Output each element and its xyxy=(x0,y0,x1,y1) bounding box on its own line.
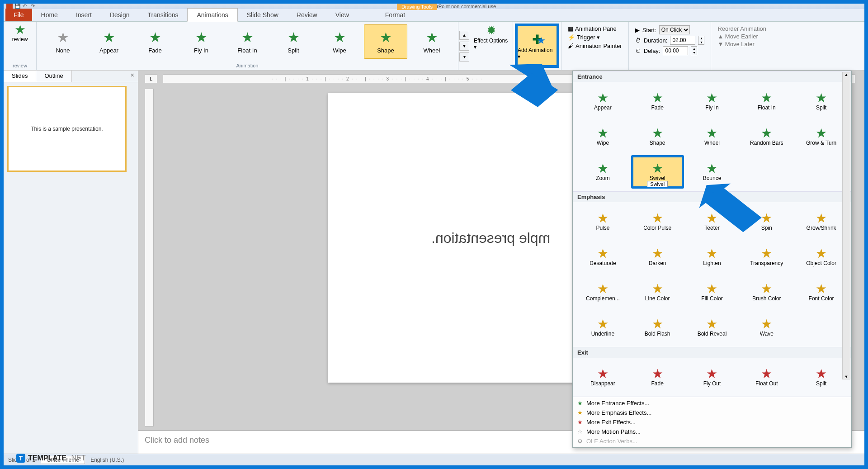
effect-float-in[interactable]: ★Float In xyxy=(740,85,793,118)
trigger-button[interactable]: ⚡Trigger ▾ xyxy=(568,34,622,41)
star-icon: ★ xyxy=(652,212,663,225)
effect-label: Fade xyxy=(651,380,664,387)
effect-line-color[interactable]: ★Line Color xyxy=(631,275,684,309)
effect-random-bars[interactable]: ★Random Bars xyxy=(740,120,793,153)
star-icon: ★ xyxy=(652,92,663,104)
effect-font-color[interactable]: ★Font Color xyxy=(795,275,848,309)
gallery-down[interactable]: ▼ xyxy=(459,42,469,51)
preview-button[interactable]: ★ review xyxy=(7,24,33,43)
effect-label: Zoom xyxy=(596,175,610,181)
anim-shape[interactable]: ★Shape xyxy=(364,24,407,59)
more-exit[interactable]: ★More Exit Effects... xyxy=(577,419,847,426)
delay-input[interactable] xyxy=(663,46,688,55)
watermark-brand: TEMPLATE xyxy=(28,454,66,462)
effect-swivel[interactable]: ★Swivel xyxy=(631,155,684,189)
duration-spinner[interactable]: ▲▼ xyxy=(698,36,704,45)
tab-review[interactable]: Review xyxy=(288,9,326,21)
effect-underline[interactable]: ★Underline xyxy=(576,311,629,344)
effect-brush-color[interactable]: ★Brush Color xyxy=(740,275,793,309)
start-select[interactable]: On Click xyxy=(659,25,690,34)
panel-close[interactable]: × xyxy=(127,71,138,82)
effect-bold-reveal[interactable]: ★Bold Reveal xyxy=(686,311,739,344)
gallery-up[interactable]: ▲ xyxy=(459,31,469,40)
tab-outline[interactable]: Outline xyxy=(36,71,71,82)
effect-object-color[interactable]: ★Object Color xyxy=(795,240,848,274)
effect-options-button[interactable]: ✹ Effect Options ▾ xyxy=(474,24,509,50)
effect-wave[interactable]: ★Wave xyxy=(740,311,793,344)
effect-pulse[interactable]: ★Pulse xyxy=(576,205,629,238)
anim-label: Float In xyxy=(237,47,257,54)
slide-thumb-1[interactable]: This is a sample presentation. xyxy=(7,86,127,172)
effect-bold-flash[interactable]: ★Bold Flash xyxy=(631,311,684,344)
tab-transitions[interactable]: Transitions xyxy=(139,9,188,21)
duration-input[interactable] xyxy=(670,36,695,45)
preview-label: review xyxy=(12,36,28,43)
anim-split[interactable]: ★Split xyxy=(272,24,315,59)
tab-animations[interactable]: Animations xyxy=(187,8,237,22)
effect-shape[interactable]: ★Shape xyxy=(631,120,684,153)
star-icon: ★ xyxy=(706,212,717,225)
effect-lighten[interactable]: ★Lighten xyxy=(686,240,739,274)
effect-split[interactable]: ★Split xyxy=(795,85,848,118)
tab-home[interactable]: Home xyxy=(32,9,67,21)
effect-complemen-[interactable]: ★Complemen... xyxy=(576,275,629,309)
more-entrance[interactable]: ★More Entrance Effects... xyxy=(577,400,847,407)
effect-fade[interactable]: ★Fade xyxy=(631,360,684,394)
effect-grow-shrink[interactable]: ★Grow/Shrink xyxy=(795,205,848,238)
watermark-net: .NET xyxy=(69,454,85,462)
tab-file[interactable]: File xyxy=(5,9,32,21)
effect-darken[interactable]: ★Darken xyxy=(631,240,684,274)
effect-disappear[interactable]: ★Disappear xyxy=(576,360,629,394)
gallery-scroll: ▲ ▼ ▾ xyxy=(458,22,470,70)
effect-wheel[interactable]: ★Wheel xyxy=(686,120,739,153)
effect-float-out[interactable]: ★Float Out xyxy=(740,360,793,394)
animation-pane-button[interactable]: ▦Animation Pane xyxy=(568,25,622,32)
reorder-title: Reorder Animation xyxy=(717,25,766,32)
effect-transparency[interactable]: ★Transparency xyxy=(740,240,793,274)
anim-fade[interactable]: ★Fade xyxy=(133,24,177,59)
ribbon: ★ review review ★None★Appear★Fade★Fly In… xyxy=(4,22,864,71)
effect-fly-in[interactable]: ★Fly In xyxy=(686,85,739,118)
effect-label: Grow & Turn xyxy=(806,140,836,146)
effect-wipe[interactable]: ★Wipe xyxy=(576,120,629,153)
status-lang[interactable]: English (U.S.) xyxy=(90,457,124,463)
move-earlier-button[interactable]: ▲ Move Earlier xyxy=(717,33,766,40)
star-icon: ★ xyxy=(597,127,609,140)
anim-wipe[interactable]: ★Wipe xyxy=(318,24,361,59)
effect-color-pulse[interactable]: ★Color Pulse xyxy=(631,205,684,238)
effect-label: Random Bars xyxy=(750,140,783,146)
gallery-more[interactable]: ▾ xyxy=(459,52,469,62)
effect-split[interactable]: ★Split xyxy=(795,360,848,394)
tab-format[interactable]: Format xyxy=(376,9,414,21)
star-icon: ★ xyxy=(426,29,438,45)
effect-fade[interactable]: ★Fade xyxy=(631,85,684,118)
tab-design[interactable]: Design xyxy=(101,9,139,21)
star-icon: ★ xyxy=(761,318,772,331)
animation-painter-button[interactable]: 🖌Animation Painter xyxy=(568,43,622,49)
anim-none[interactable]: ★None xyxy=(41,24,85,59)
tab-view[interactable]: View xyxy=(326,9,358,21)
effect-grow-turn[interactable]: ★Grow & Turn xyxy=(795,120,848,153)
effect-label: Darken xyxy=(649,260,666,266)
tab-slides[interactable]: Slides xyxy=(4,71,36,82)
effect-appear[interactable]: ★Appear xyxy=(576,85,629,118)
effect-desaturate[interactable]: ★Desaturate xyxy=(576,240,629,274)
effect-zoom[interactable]: ★Zoom xyxy=(576,155,629,189)
star-icon: ★ xyxy=(597,247,609,260)
dropdown-scrollbar[interactable]: ▲▼ xyxy=(842,72,850,379)
anim-wheel[interactable]: ★Wheel xyxy=(410,24,453,59)
emphasis-grid: ★Pulse★Color Pulse★Teeter★Spin★Grow/Shri… xyxy=(573,202,851,347)
anim-fly-in[interactable]: ★Fly In xyxy=(179,24,223,59)
move-later-button[interactable]: ▼ Move Later xyxy=(717,41,766,47)
more-motion[interactable]: ☆More Motion Paths... xyxy=(577,428,847,435)
slide-text[interactable]: mple presentation. xyxy=(431,230,550,246)
delay-spinner[interactable]: ▲▼ xyxy=(691,46,697,55)
anim-appear[interactable]: ★Appear xyxy=(87,24,131,59)
tab-insert[interactable]: Insert xyxy=(67,9,101,21)
effect-fill-color[interactable]: ★Fill Color xyxy=(686,275,739,309)
tab-slideshow[interactable]: Slide Show xyxy=(238,9,288,21)
anim-float-in[interactable]: ★Float In xyxy=(226,24,269,59)
more-emphasis[interactable]: ★More Emphasis Effects... xyxy=(577,409,847,416)
effect-fly-out[interactable]: ★Fly Out xyxy=(686,360,739,394)
effect-label: Spin xyxy=(761,225,772,231)
